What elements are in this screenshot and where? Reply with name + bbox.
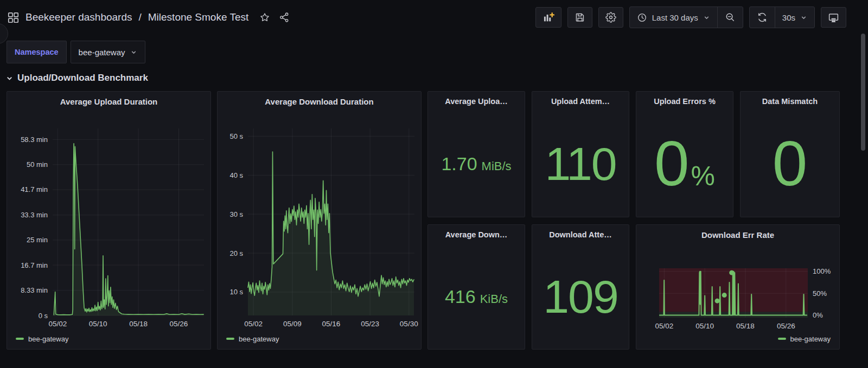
svg-text:05/26: 05/26 [170,320,188,328]
magnifier-minus-icon [725,12,736,23]
svg-text:05/30: 05/30 [400,320,418,328]
stat-value: 416KiB/s [445,287,508,306]
legend-item[interactable]: bee-gateway [226,335,279,343]
svg-text:50 min: 50 min [27,160,48,169]
legend: bee-gateway [636,333,839,349]
refresh-icon [757,12,768,23]
panel-upload-attempts: Upload Attem… 110 [532,91,629,217]
panel-title[interactable]: Average Download Duration [218,92,421,112]
svg-text:58.3 min: 58.3 min [21,135,48,144]
svg-text:100%: 100% [813,267,831,275]
panel-title[interactable]: Upload Attem… [532,92,629,110]
legend-swatch [778,338,786,340]
stat-value: 0 [773,132,808,195]
stat-unit: KiB/s [480,292,508,306]
panel-title[interactable]: Average Uploa… [428,92,525,110]
download-err-rate-chart[interactable]: 0%50%100%05/0205/1005/1805/26 [636,246,839,333]
namespace-variable-select[interactable]: bee-gateway [71,41,145,63]
svg-text:05/26: 05/26 [777,322,795,330]
stat-body: 110 [532,110,629,217]
svg-text:05/23: 05/23 [361,320,379,328]
stat-body: 1.70MiB/s [428,110,525,217]
svg-text:05/10: 05/10 [695,322,714,330]
stat-unit: MiB/s [482,159,512,173]
breadcrumb-separator: / [138,11,141,23]
stat-value: 110 [545,140,616,187]
vertical-scrollbar-thumb[interactable] [861,34,865,151]
svg-text:0%: 0% [813,311,823,319]
svg-text:05/02: 05/02 [48,320,67,328]
save-dashboard-button[interactable] [567,7,592,28]
stat-body: 0% [636,110,733,217]
legend-label: bee-gateway [790,335,831,343]
chevron-down-icon [800,14,807,21]
legend-item[interactable]: bee-gateway [16,335,68,343]
svg-text:05/02: 05/02 [655,322,673,330]
dashboard-grid: Average Upload Duration 0 s8.33 min16.7 … [0,91,868,351]
svg-text:0 s: 0 s [39,312,48,320]
legend-item[interactable]: bee-gateway [778,335,831,343]
legend-label: bee-gateway [28,335,68,343]
dashboard-settings-button[interactable] [598,7,623,28]
panel-upload-errors-pct: Upload Errors % 0% [636,91,733,217]
clock-icon [637,12,647,23]
svg-text:50%: 50% [813,289,827,298]
legend-label: bee-gateway [239,335,279,343]
svg-text:05/09: 05/09 [283,320,302,328]
gear-icon [605,12,616,23]
kiosk-mode-button[interactable] [821,7,846,28]
panel-title[interactable]: Data Mismatch [741,92,839,110]
svg-text:05/16: 05/16 [322,320,341,328]
svg-text:8.33 min: 8.33 min [21,286,48,294]
panel-title[interactable]: Upload Errors % [636,92,733,110]
breadcrumb-dashboards-link[interactable]: Beekeeper dashboards [25,11,132,23]
svg-text:30 s: 30 s [229,210,243,218]
bar-chart-plus-icon [542,11,554,23]
apps-grid-icon[interactable] [8,12,19,23]
svg-text:25 min: 25 min [27,236,48,244]
time-picker-group: Last 30 days [629,7,743,28]
stat-body: 109 [532,243,629,349]
add-panel-button[interactable] [535,7,561,28]
stat-unit: % [691,161,715,191]
panel-average-download-rate: Average Down… 416KiB/s [427,224,525,350]
svg-text:33.3 min: 33.3 min [21,211,48,219]
stat-value: 0% [654,132,715,195]
stat-body: 416KiB/s [428,243,525,349]
panel-title[interactable]: Average Down… [428,225,525,243]
stat-value: 1.70MiB/s [441,154,511,173]
time-range-picker[interactable]: Last 30 days [630,7,717,28]
panel-title[interactable]: Download Atte… [532,225,629,243]
refresh-button[interactable] [750,7,775,28]
dashboard-toolbar: Last 30 days 30s [535,7,846,28]
svg-text:16.7 min: 16.7 min [21,261,48,269]
legend: bee-gateway [218,333,421,349]
floppy-disk-icon [575,12,585,23]
breadcrumb-dashboard-title: Milestone Smoke Test [148,11,249,23]
chevron-down-icon [703,14,710,21]
panel-average-download-duration: Average Download Duration 10 s20 s30 s40… [217,91,422,350]
zoom-out-time-button[interactable] [717,7,743,28]
svg-text:05/02: 05/02 [244,320,263,328]
legend: bee-gateway [7,333,210,349]
download-duration-chart[interactable]: 10 s20 s30 s40 s50 s05/0205/0905/1605/23… [218,112,421,333]
svg-text:40 s: 40 s [229,171,243,179]
variables-row: Namespace bee-gateway [7,41,868,63]
panel-average-upload-rate: Average Uploa… 1.70MiB/s [427,91,525,217]
refresh-interval-picker[interactable]: 30s [775,7,814,28]
panel-data-mismatch: Data Mismatch 0 [740,91,840,217]
section-header-upload-download-benchmark[interactable]: Upload/Download Benchmark [5,73,868,83]
top-nav: Beekeeper dashboards / Milestone Smoke T… [0,0,868,35]
svg-text:05/18: 05/18 [129,320,148,328]
namespace-variable-label: Namespace [7,41,67,63]
panel-title[interactable]: Average Upload Duration [7,92,210,112]
svg-text:50 s: 50 s [229,132,243,140]
panel-title[interactable]: Download Err Rate [636,225,839,246]
svg-text:10 s: 10 s [229,288,243,296]
upload-duration-chart[interactable]: 0 s8.33 min16.7 min25 min33.3 min41.7 mi… [7,112,210,333]
stat-value: 109 [543,273,618,320]
share-nodes-icon[interactable] [279,12,290,23]
time-range-label: Last 30 days [652,13,698,22]
stat-body: 0 [741,110,839,217]
star-outline-icon[interactable] [259,12,270,23]
